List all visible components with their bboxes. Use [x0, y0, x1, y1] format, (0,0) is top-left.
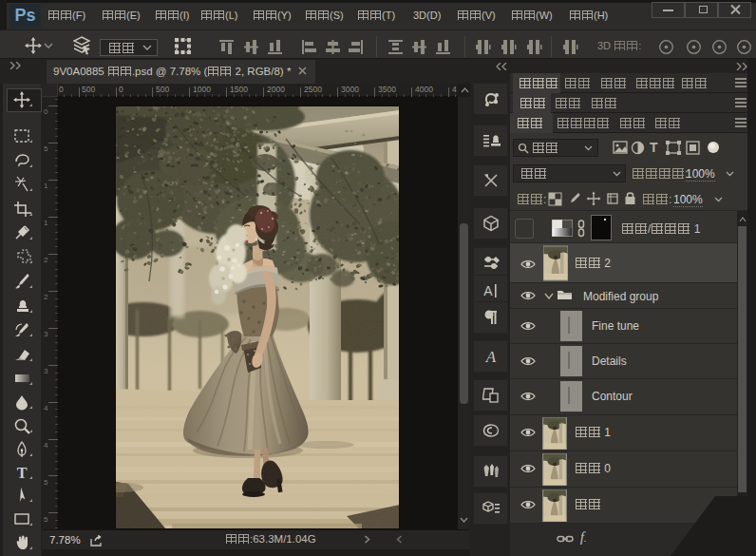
svg-text:T: T	[17, 465, 28, 481]
svg-text:A: A	[483, 283, 493, 298]
svg-text:A: A	[485, 348, 497, 365]
